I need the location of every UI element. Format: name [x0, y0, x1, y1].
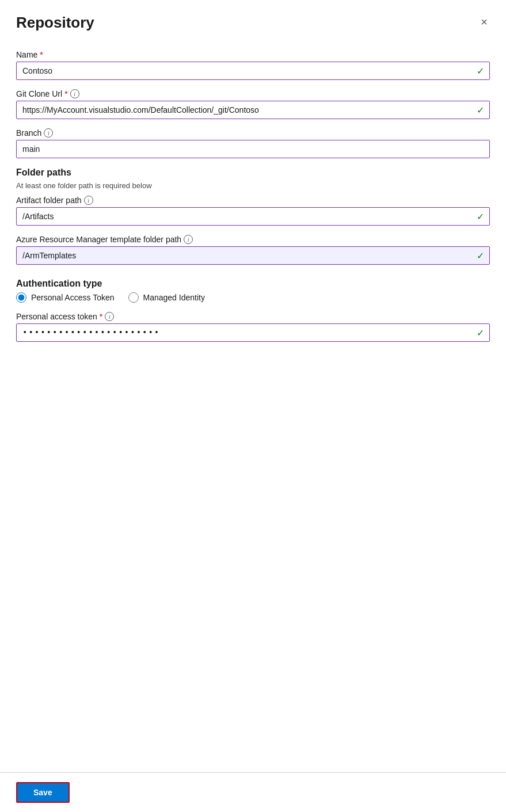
arm-template-folder-input-wrapper: ✓: [16, 246, 490, 265]
branch-input-wrapper: [16, 140, 490, 158]
git-clone-url-field-group: Git Clone Url * i ✓: [16, 89, 490, 119]
pat-radio-option[interactable]: Personal Access Token: [16, 292, 115, 303]
name-label: Name *: [16, 50, 490, 59]
managed-identity-radio-option[interactable]: Managed Identity: [128, 292, 205, 303]
folder-paths-title: Folder paths: [16, 167, 490, 178]
token-field-group: Personal access token * i ✓: [16, 312, 490, 342]
name-check-icon: ✓: [477, 66, 484, 77]
branch-label: Branch i: [16, 128, 490, 138]
panel-header: Repository ×: [16, 14, 490, 32]
token-input[interactable]: [16, 323, 490, 342]
authentication-title: Authentication type: [16, 279, 490, 289]
pat-radio-input[interactable]: [16, 292, 26, 303]
git-clone-url-input-wrapper: ✓: [16, 101, 490, 119]
save-button[interactable]: Save: [16, 782, 70, 803]
name-field-group: Name * ✓: [16, 50, 490, 80]
managed-identity-radio-input[interactable]: [128, 292, 139, 303]
close-button[interactable]: ×: [478, 14, 490, 30]
git-clone-url-check-icon: ✓: [477, 105, 484, 116]
arm-template-folder-label: Azure Resource Manager template folder p…: [16, 235, 490, 244]
token-check-icon: ✓: [477, 327, 484, 338]
name-input[interactable]: [16, 62, 490, 80]
arm-template-folder-check-icon: ✓: [477, 250, 484, 261]
git-clone-url-info-icon[interactable]: i: [70, 89, 79, 98]
authentication-radio-group: Personal Access Token Managed Identity: [16, 292, 490, 303]
name-required-star: *: [40, 50, 43, 59]
folder-paths-subtitle: At least one folder path is required bel…: [16, 181, 490, 190]
token-label: Personal access token * i: [16, 312, 490, 321]
arm-template-folder-info-icon[interactable]: i: [184, 235, 193, 244]
token-input-wrapper: ✓: [16, 323, 490, 342]
branch-input[interactable]: [16, 140, 490, 158]
branch-info-icon[interactable]: i: [44, 128, 53, 138]
authentication-section: Authentication type Personal Access Toke…: [16, 279, 490, 342]
name-input-wrapper: ✓: [16, 62, 490, 80]
branch-field-group: Branch i: [16, 128, 490, 158]
git-clone-url-input[interactable]: [16, 101, 490, 119]
artifact-folder-check-icon: ✓: [477, 211, 484, 222]
arm-template-folder-input[interactable]: [16, 246, 490, 265]
git-clone-url-label: Git Clone Url * i: [16, 89, 490, 98]
managed-identity-radio-label: Managed Identity: [143, 293, 205, 302]
artifact-folder-label: Artifact folder path i: [16, 196, 490, 205]
token-required-star: *: [100, 312, 102, 321]
artifact-folder-input-wrapper: ✓: [16, 207, 490, 226]
arm-template-folder-field-group: Azure Resource Manager template folder p…: [16, 235, 490, 265]
repository-panel: Repository × Name * ✓ Git Clone Url * i …: [0, 0, 506, 812]
git-clone-url-required-star: *: [64, 89, 67, 98]
token-info-icon[interactable]: i: [105, 312, 114, 321]
pat-radio-label: Personal Access Token: [31, 293, 115, 302]
artifact-folder-info-icon[interactable]: i: [84, 196, 93, 205]
folder-paths-section: Folder paths At least one folder path is…: [16, 167, 490, 265]
page-title: Repository: [16, 14, 94, 32]
artifact-folder-field-group: Artifact folder path i ✓: [16, 196, 490, 226]
artifact-folder-input[interactable]: [16, 207, 490, 226]
panel-footer: Save: [0, 772, 506, 812]
